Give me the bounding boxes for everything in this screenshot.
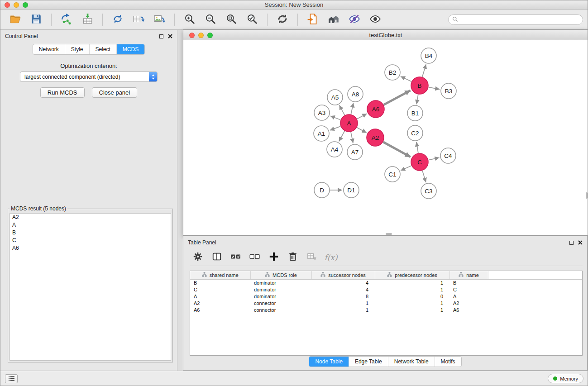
select-all-rows-button[interactable] [228,251,244,264]
graph-node-A8[interactable] [348,86,363,102]
graph-edge-B-B2[interactable] [401,76,411,82]
delete-columns-button[interactable] [285,251,301,264]
graph-node-D[interactable] [314,182,330,198]
table-settings-button[interactable] [190,251,206,264]
delete-table-button[interactable] [304,251,320,264]
result-item[interactable]: A [10,221,171,229]
new-table-button[interactable] [129,12,148,28]
graph-edge-C-C4[interactable] [429,157,440,160]
graph-edge-A-A7[interactable] [351,132,353,143]
graph-node-C4[interactable] [440,148,456,163]
zoom-in-button[interactable] [180,12,199,28]
column-header[interactable]: MCDS role [250,271,311,279]
column-header[interactable]: shared name [190,271,250,279]
result-item[interactable]: B [10,229,171,237]
table-cell[interactable]: A6 [449,306,488,313]
show-graphics-details-button[interactable] [366,12,385,28]
graph-edge-A-A6[interactable] [357,114,367,119]
table-cell[interactable]: 1 [375,279,449,286]
table-cell[interactable]: 0 [375,293,449,300]
table-cell[interactable]: 1 [311,300,375,306]
table-cell[interactable]: A6 [190,306,250,313]
graph-node-B3[interactable] [441,83,456,99]
search-box[interactable] [448,14,583,25]
graph-node-A1[interactable] [314,126,329,141]
table-cell[interactable]: A2 [190,300,250,306]
column-header[interactable]: successor nodes [311,271,375,279]
table-cell[interactable]: C [190,286,250,293]
graph-node-C2[interactable] [407,125,423,141]
table-row[interactable]: A6connector11A6 [190,306,582,313]
graph-node-A2[interactable] [367,129,384,146]
table-cell[interactable]: dominator [250,279,311,286]
hide-graphics-details-button[interactable] [345,12,364,28]
table-row[interactable]: A2connector11A2 [190,300,582,306]
optimization-criterion-select[interactable]: largest connected component (directed) [20,71,158,82]
open-folder-button[interactable] [6,12,25,28]
graph-edge-A-A8[interactable] [351,103,353,114]
graph-edge-A6-B[interactable] [384,91,411,105]
import-table-file-button[interactable] [78,12,97,28]
mcds-result-list[interactable]: A2ABCA6 [10,213,171,361]
create-column-button[interactable] [266,251,282,264]
tab-mcds[interactable]: MCDS [116,44,144,54]
column-header[interactable]: predecessor nodes [375,271,449,279]
graph-edge-C-C3[interactable] [422,171,426,182]
graph-node-B2[interactable] [385,65,400,80]
graph-node-B4[interactable] [421,48,436,63]
table-cell[interactable]: A [449,293,488,300]
graph-node-A4[interactable] [327,142,342,157]
horizontal-scroll-thumb[interactable] [386,233,392,235]
table-cell[interactable]: connector [250,300,311,306]
graph-edge-A-A2[interactable] [357,128,367,133]
show-panels-button[interactable] [5,374,18,383]
graph-node-A[interactable] [340,114,358,132]
zoom-out-button[interactable] [201,12,220,28]
save-session-button[interactable] [27,12,46,28]
function-builder-button[interactable]: f(x) [323,251,339,264]
column-header[interactable]: name [449,271,488,279]
table-cell[interactable]: 4 [311,286,375,293]
table-cell[interactable]: B [449,279,488,286]
graph-edge-A-A1[interactable] [330,126,341,130]
graph-node-B1[interactable] [407,105,423,121]
table-row[interactable]: Bdominator41B [190,279,582,286]
graph-node-A3[interactable] [314,105,330,120]
tab-select[interactable]: Select [89,44,116,54]
graph-edge-B-B3[interactable] [429,87,440,90]
tab-network-table[interactable]: Network Table [388,357,435,367]
table-cell[interactable]: 1 [311,306,375,313]
float-panel-icon[interactable] [159,34,163,38]
graph-node-C[interactable] [411,153,428,171]
table-float-panel-icon[interactable] [569,241,574,245]
result-item[interactable]: A2 [10,214,171,221]
table-cell[interactable]: 1 [375,300,449,306]
graph-node-C1[interactable] [385,167,400,182]
graph-edge-A-A3[interactable] [330,116,341,120]
graph-edge-B-B1[interactable] [416,95,418,105]
close-panel-icon[interactable] [168,34,172,38]
search-input[interactable] [460,16,579,24]
graph-node-D1[interactable] [344,182,359,198]
table-row[interactable]: Adominator80A [190,293,582,300]
tab-edge-table[interactable]: Edge Table [349,357,388,367]
table-cell[interactable]: C [449,286,488,293]
table-cell[interactable]: 1 [375,286,449,293]
import-network-file-button[interactable] [57,12,76,28]
vertical-scroll-thumb[interactable] [586,192,588,199]
new-network-button[interactable] [108,12,127,28]
graph-edge-C-C2[interactable] [416,142,418,153]
graph-edge-C-C1[interactable] [401,166,411,171]
table-cell[interactable]: B [190,279,250,286]
graph-edge-A-A5[interactable] [339,105,345,115]
result-item[interactable]: A6 [10,244,171,252]
graph-node-A7[interactable] [347,144,363,160]
graph-edge-A2-C[interactable] [383,142,411,157]
network-graph-svg[interactable]: AA1A2A3A4A5A6A7A8BB1B2B3B4CC1C2C3C4DD1 [183,41,588,235]
graph-edge-A-A4[interactable] [339,131,345,142]
zoom-fit-button[interactable] [222,12,241,28]
table-cell[interactable]: dominator [250,286,311,293]
export-image-button[interactable] [150,12,169,28]
import-document-button[interactable] [303,12,322,28]
table-cell[interactable]: A [190,293,250,300]
